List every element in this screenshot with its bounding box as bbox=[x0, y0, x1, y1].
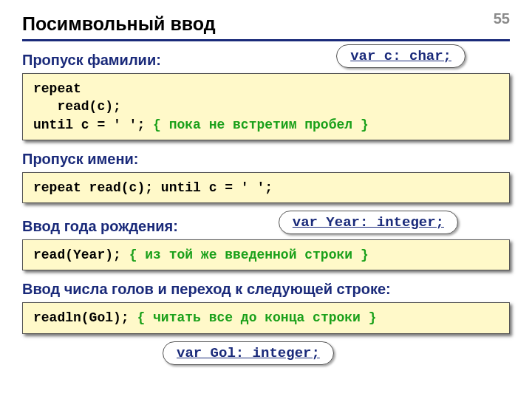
code-block: read(Year); { из той же введенной строки… bbox=[22, 239, 510, 270]
section-skip-surname: Пропуск фамилии: var c: char; repeat rea… bbox=[22, 52, 510, 140]
section-input-year: Ввод года рождения: var Year: integer; r… bbox=[22, 208, 510, 270]
section-label: Ввод числа голов и переход к следующей с… bbox=[22, 281, 510, 298]
page-title: Посимвольный ввод bbox=[22, 13, 510, 41]
page-number: 55 bbox=[494, 10, 510, 27]
callout-var-year: var Year: integer; bbox=[279, 211, 458, 234]
section-input-gol: Ввод числа голов и переход к следующей с… bbox=[22, 281, 510, 333]
code-block: repeat read(c); until c = ' '; bbox=[22, 172, 510, 203]
section-label: Ввод года рождения: bbox=[22, 218, 178, 235]
section-skip-name: Пропуск имени: repeat read(c); until c =… bbox=[22, 151, 510, 203]
code-block: readln(Gol); { читать все до конца строк… bbox=[22, 302, 510, 333]
callout-var-gol: var Gol: integer; bbox=[163, 341, 334, 365]
section-label: Пропуск имени: bbox=[22, 151, 510, 168]
code-block: repeat read(c); until c = ' '; { пока не… bbox=[22, 73, 510, 140]
callout-var-c: var c: char; bbox=[336, 44, 466, 68]
